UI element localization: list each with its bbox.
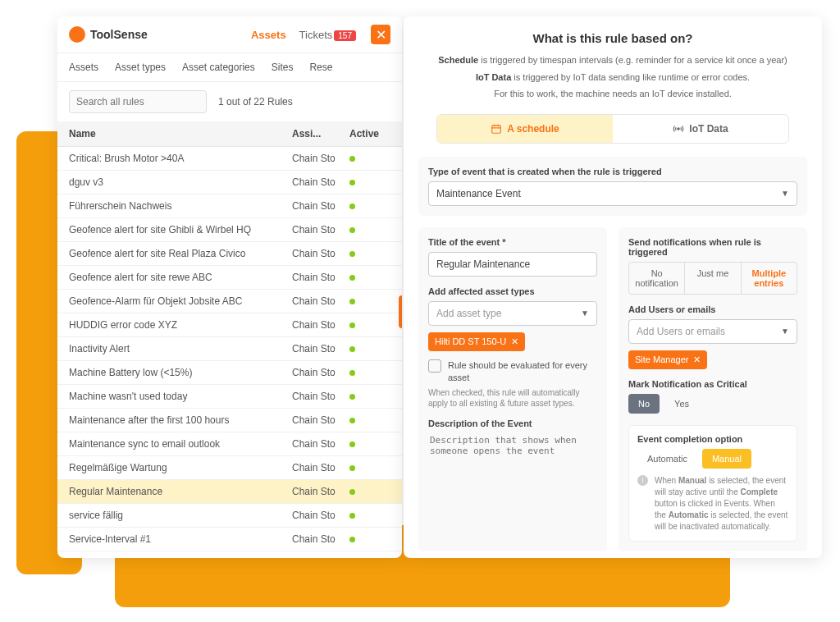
brand-logo[interactable]: ToolSense (69, 26, 148, 43)
notif-none[interactable]: No notification (629, 263, 685, 294)
critical-label: Mark Notification as Critical (628, 379, 797, 389)
rule-assi: Chain Sto (292, 533, 349, 545)
sub-nav-item[interactable]: Sites (272, 62, 294, 73)
table-row[interactable]: Geofence-Alarm für Objekt Jobsite ABCCha… (57, 290, 402, 313)
scroll-handle[interactable] (399, 295, 402, 328)
rule-active (349, 343, 390, 354)
status-dot (349, 156, 355, 162)
table-row[interactable]: Geofence alert for site rewe ABCChain St… (57, 266, 402, 290)
rule-assi: Chain Sto (292, 367, 349, 378)
status-dot (349, 513, 355, 519)
rule-active (349, 319, 390, 331)
table-row[interactable]: Geofence alert for site Ghibli & Wirbel … (57, 218, 402, 242)
table-row[interactable]: Machine Battery low (<15%)Chain Sto (57, 361, 402, 385)
table-row[interactable]: Critical: Brush Motor >40AChain Sto (57, 147, 402, 171)
rule-active (349, 176, 390, 188)
logo-icon (69, 26, 85, 43)
table-row[interactable]: Geofence alert for site Real Plaza Civic… (57, 242, 402, 266)
rule-name: Geofence-Alarm für Objekt Jobsite ABC (69, 295, 292, 307)
rule-assi: Chain Sto (292, 414, 349, 426)
sub-nav-item[interactable]: Asset types (115, 62, 166, 73)
description-label: Description of the Event (428, 418, 597, 428)
table-row[interactable]: dguv v3Chain Sto (57, 171, 402, 194)
rule-name: dguv v3 (69, 176, 292, 188)
rule-active (349, 367, 390, 378)
rule-assi: Chain Sto (292, 462, 349, 473)
table-header: Name Assi... Active (57, 121, 402, 147)
col-assi-header[interactable]: Assi... (292, 128, 349, 139)
table-row[interactable]: service fälligChain Sto (57, 504, 402, 528)
nav-assets[interactable]: Assets (251, 29, 286, 41)
info-icon: i (637, 475, 648, 486)
rule-assi: Chain Sto (292, 486, 349, 497)
completion-label: Event completion option (637, 434, 788, 444)
right-form-column: Send notifications when rule is triggere… (619, 227, 807, 551)
tab-iot-data[interactable]: IoT Data (613, 115, 788, 143)
event-type-select[interactable]: Maintenance Event ▼ (428, 181, 797, 206)
critical-yes[interactable]: Yes (664, 394, 699, 414)
status-dot (349, 537, 355, 542)
notification-toggle: No notification Just me Multiple entries (628, 262, 797, 295)
rule-assi: Chain Sto (292, 200, 349, 212)
search-input[interactable] (69, 90, 207, 113)
critical-no[interactable]: No (628, 394, 660, 414)
remove-chip-icon[interactable]: ✕ (511, 336, 518, 347)
svg-point-4 (678, 127, 679, 129)
table-row[interactable]: Machine wasn't used todayChain Sto (57, 385, 402, 409)
event-description-input[interactable] (428, 433, 597, 474)
nav-tickets[interactable]: Tickets157 (299, 29, 356, 41)
evaluate-all-checkbox[interactable] (428, 359, 441, 373)
calendar-icon (491, 123, 502, 135)
status-dot (349, 251, 355, 257)
completion-automatic[interactable]: Automatic (637, 449, 697, 469)
rule-assi: Chain Sto (292, 557, 349, 558)
sub-nav-item[interactable]: Rese (309, 62, 332, 73)
table-row[interactable]: Service-Interval #1Chain Sto (57, 528, 402, 551)
col-name-header[interactable]: Name (69, 128, 292, 139)
rule-active (349, 248, 390, 259)
completion-manual[interactable]: Manual (702, 449, 751, 469)
table-row[interactable]: Inactivity AlertChain Sto (57, 337, 402, 361)
sub-nav-item[interactable]: Assets (69, 62, 98, 73)
rule-assi: Chain Sto (292, 343, 349, 354)
remove-chip-icon[interactable]: ✕ (693, 354, 701, 365)
table-row[interactable]: Führerschein NachweisChain Sto (57, 194, 402, 218)
rule-active (349, 486, 390, 497)
rule-name: Inactivity Alert (69, 343, 292, 354)
rule-assi: Chain Sto (292, 153, 349, 164)
table-row[interactable]: Service-Interval #2Chain Sto (57, 551, 402, 558)
col-active-header[interactable]: Active (349, 128, 390, 139)
rule-name: Führerschein Nachweis (69, 200, 292, 212)
table-row[interactable]: Regular MaintenanceChain Sto (57, 480, 402, 504)
notif-just-me[interactable]: Just me (685, 263, 741, 294)
status-dot (349, 204, 355, 209)
rule-assi: Chain Sto (292, 248, 349, 259)
rule-name: Machine Battery low (<15%) (69, 367, 292, 378)
table-row[interactable]: Regelmäßige WartungChain Sto (57, 456, 402, 480)
rule-active (349, 414, 390, 426)
tab-schedule[interactable]: A schedule (437, 115, 613, 143)
table-row[interactable]: Maintenance sync to email outlookChain S… (57, 432, 402, 456)
status-dot (349, 418, 355, 423)
table-row[interactable]: Maintenance after the first 100 hoursCha… (57, 409, 402, 432)
event-title-input[interactable] (428, 252, 597, 277)
form-subheading-1: Schedule is triggered by timespan interv… (404, 52, 822, 69)
users-select[interactable]: Add Users or emails ▼ (628, 319, 797, 344)
close-icon[interactable]: ✕ (371, 25, 390, 44)
status-dot (349, 370, 355, 376)
rule-name: Regular Maintenance (69, 486, 292, 497)
rules-list-panel: ToolSense Assets Tickets157 ✕ AssetsAsse… (57, 16, 402, 558)
rule-name: Service-Interval #1 (69, 533, 292, 545)
rule-assi: Chain Sto (292, 176, 349, 188)
rule-active (349, 438, 390, 450)
trigger-type-toggle: A schedule IoT Data (436, 114, 789, 144)
form-heading: What is this rule based on? (404, 16, 822, 52)
rule-name: Service-Interval #2 (69, 557, 292, 558)
asset-type-select[interactable]: Add asset type ▼ (428, 301, 597, 326)
notif-multiple[interactable]: Multiple entries (742, 263, 797, 294)
rule-active (349, 391, 390, 402)
table-row[interactable]: HUDDIG error code XYZChain Sto (57, 313, 402, 337)
svg-rect-0 (492, 125, 501, 132)
rule-assi: Chain Sto (292, 224, 349, 236)
sub-nav-item[interactable]: Asset categories (182, 62, 255, 73)
